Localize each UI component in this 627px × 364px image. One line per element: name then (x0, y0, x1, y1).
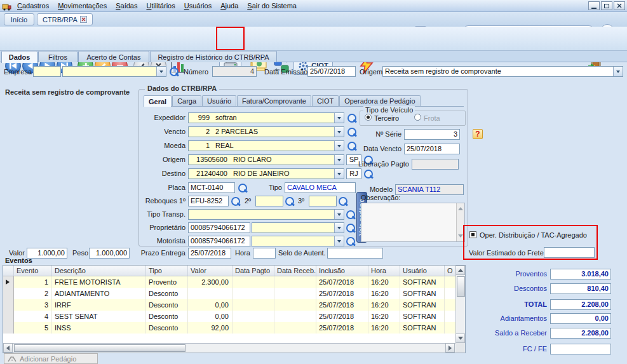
scrollbar-thumb[interactable] (14, 344, 185, 352)
cell-valor: 2.300,00 (188, 276, 233, 288)
tab-close-icon[interactable] (80, 16, 87, 23)
reboque2-field[interactable] (255, 196, 283, 206)
dropdown-icon[interactable] (334, 127, 344, 137)
valor-field[interactable]: 1.000,00 (27, 248, 67, 259)
menu-item-sair[interactable]: Sair do Sistema (243, 0, 301, 12)
close-button[interactable] (614, 1, 625, 10)
valor-label: Valor (9, 249, 25, 257)
cell-tipo: Desconto (146, 288, 188, 299)
menu-item-cadastros[interactable]: Cadastros (13, 0, 53, 12)
tab-geral[interactable]: Geral (144, 95, 172, 107)
tab-dados[interactable]: Dados (1, 51, 37, 63)
observacao-textarea[interactable] (361, 203, 465, 242)
data-emissao-field[interactable]: 25/07/2018 (307, 66, 356, 77)
tab-fatura[interactable]: Fatura/Comprovante (237, 95, 311, 106)
reboque1-field[interactable]: EFU-8252 (188, 196, 229, 206)
motorista-field[interactable]: 00085794066172 (188, 236, 250, 246)
destino-lookup-icon[interactable] (363, 169, 374, 179)
selo-field[interactable] (327, 248, 383, 259)
placa-lookup-icon[interactable] (238, 183, 248, 193)
dropdown-icon[interactable] (334, 113, 344, 123)
empresa-lookup-icon[interactable] (169, 67, 179, 77)
dropdown-icon[interactable] (613, 67, 623, 76)
scroll-left-icon (4, 346, 10, 351)
serie-field[interactable]: 3 (404, 129, 460, 140)
frota-radio[interactable] (414, 114, 421, 121)
minimize-button[interactable] (588, 1, 600, 10)
tab-operadora[interactable]: Operadora de Pedágio (339, 95, 420, 106)
table-row[interactable]: 4 SEST SENAT Desconto 0,00 25/07/2018 16… (3, 311, 456, 322)
motorista-combo[interactable] (252, 236, 344, 246)
valor-estimado-field[interactable] (544, 247, 595, 258)
proprietario-lookup-icon[interactable] (346, 223, 356, 233)
observacao-scrollbar[interactable] (456, 203, 464, 241)
menu-item-usuarios[interactable]: Usuários (180, 0, 216, 12)
dropdown-icon[interactable] (334, 210, 344, 219)
cell-data-receb (274, 288, 316, 299)
eventos-title: Eventos (5, 257, 32, 264)
oper-distribuicao-checkbox[interactable] (469, 231, 476, 238)
dropdown-icon[interactable] (334, 169, 344, 179)
proprietario-combo[interactable] (252, 222, 344, 233)
menu-item-movimentacoes[interactable]: Movimentações (53, 0, 111, 12)
tab-ciot-inner[interactable]: CIOT (312, 95, 339, 106)
tab-carga[interactable]: Carga (172, 95, 201, 106)
tab-inicio[interactable]: Início (4, 13, 34, 25)
terceiro-radio[interactable] (365, 114, 372, 121)
help-icon[interactable] (473, 129, 483, 139)
tab-usuario[interactable]: Usuário (202, 95, 236, 106)
maximize-button[interactable] (601, 1, 612, 10)
tab-registro-historico[interactable]: Registro de Histórico do CTRB/RPA (150, 51, 277, 62)
destino-combo[interactable]: 21240400RIO DE JANEIRO (188, 168, 344, 179)
reboque3-field[interactable] (309, 196, 337, 206)
scroll-down-button[interactable] (455, 334, 465, 343)
dropdown-icon[interactable] (334, 236, 344, 246)
tipo-transp-combo[interactable] (188, 209, 344, 220)
dropdown-icon[interactable] (334, 223, 344, 233)
table-horizontal-scrollbar[interactable] (3, 343, 455, 353)
adicionar-pedagio-button[interactable]: Adicionar Pedágio (4, 353, 98, 364)
peso-field[interactable]: 1.000,000 (89, 248, 130, 259)
placa-field[interactable]: MCT-0140 (188, 182, 235, 193)
reboque3-lookup-icon[interactable] (338, 196, 348, 206)
table-row[interactable]: 1 FRETE MOTORISTA Provento 2.300,00 25/0… (3, 276, 456, 288)
proprietario-field[interactable]: 00085794066172 (188, 222, 250, 233)
origem-header-combo[interactable]: Receita sem registro de comprovante (382, 66, 623, 77)
scroll-up-icon[interactable] (458, 205, 463, 210)
data-vencto-field[interactable]: 25/07/2018 (404, 144, 460, 154)
moeda-combo[interactable]: 1REAL (188, 140, 344, 151)
hora-field[interactable] (253, 248, 276, 259)
tipo-veiculo-field[interactable]: CAVALO MECA (285, 182, 356, 193)
prazo-field[interactable]: 25/07/2018 (188, 248, 231, 259)
tab-ctrb-rpa[interactable]: CTRB/RPA (37, 13, 93, 25)
empresa-combo[interactable] (62, 66, 166, 77)
motorista-lookup-icon[interactable] (346, 236, 356, 246)
destino-uf-field[interactable]: RJ (346, 168, 361, 179)
tipo-transp-lookup-icon[interactable] (346, 210, 356, 220)
tab-filtros[interactable]: Filtros (38, 51, 78, 62)
table-row[interactable]: 3 IRRF Desconto 0,00 25/07/2018 16:20 SO… (3, 299, 456, 311)
scroll-left-button[interactable] (3, 343, 13, 353)
dropdown-icon[interactable] (334, 155, 344, 165)
tab-acerto-contas[interactable]: Acerto de Contas (78, 51, 149, 62)
table-row[interactable]: 5 INSS Desconto 92,00 25/07/2018 16:20 S… (3, 322, 456, 334)
scroll-up-button[interactable] (455, 266, 465, 275)
menu-item-utilitarios[interactable]: Utilitários (142, 0, 179, 12)
table-vertical-scrollbar[interactable] (455, 266, 465, 343)
vencto-combo[interactable]: 22 PARCELAS (188, 126, 344, 137)
menu-item-saidas[interactable]: Saídas (111, 0, 142, 12)
empresa-code-field[interactable] (33, 66, 61, 77)
table-row[interactable]: 2 ADIANTAMENTO Desconto 25/07/2018 16:20… (3, 288, 456, 299)
expedidor-lookup-icon[interactable] (347, 113, 357, 123)
scrollbar-thumb[interactable] (457, 276, 465, 297)
scroll-right-button[interactable] (445, 343, 455, 353)
dropdown-icon[interactable] (156, 67, 166, 76)
scroll-down-icon[interactable] (458, 234, 463, 240)
menu-item-ajuda[interactable]: Ajuda (216, 0, 243, 12)
fc-fe-field[interactable] (550, 344, 611, 354)
dropdown-icon[interactable] (334, 141, 344, 151)
reboque2-lookup-icon[interactable] (285, 196, 295, 206)
reboque1-lookup-icon[interactable] (231, 196, 241, 206)
origem-combo[interactable]: 13505600RIO CLARO (188, 154, 344, 165)
expedidor-combo[interactable]: 999softran (188, 112, 344, 123)
